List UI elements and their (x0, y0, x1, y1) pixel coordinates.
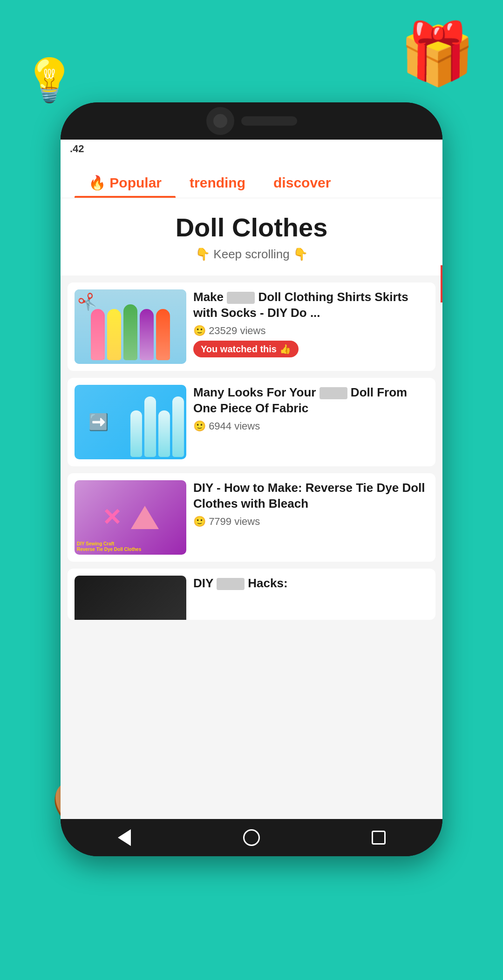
doll-2 (107, 309, 121, 360)
x-shape: ✕ (102, 504, 122, 531)
video-thumbnail-4 (75, 576, 186, 620)
thumb3-caption: DIY Sewing CraftReverse Tie Dye Doll Clo… (77, 541, 184, 552)
back-icon (118, 829, 131, 846)
video-card-3[interactable]: ✕ DIY Sewing CraftReverse Tie Dye Doll C… (68, 473, 435, 562)
video-meta-3: 🙂 7799 views (193, 516, 428, 528)
tab-discover-label: discover (273, 175, 331, 190)
phone-bottom-nav (61, 819, 442, 856)
video-thumbnail-2: ➡️ (75, 385, 186, 459)
status-bar: .42 (61, 140, 442, 158)
phone-frame: .42 🔥 Popular trending discover Doll Clo… (61, 102, 442, 856)
phone-top-bar (61, 102, 442, 140)
doll-3 (123, 304, 137, 360)
tab-trending-label: trending (190, 175, 245, 190)
doll-4 (140, 309, 154, 360)
views-count-2: 6944 views (209, 420, 260, 432)
teal-doll-4 (172, 396, 184, 457)
tab-popular-label: Popular (109, 175, 162, 190)
views-emoji-2: 🙂 (193, 420, 206, 432)
video-meta-1: 🙂 23529 views (193, 325, 428, 337)
tab-popular[interactable]: 🔥 Popular (75, 168, 176, 198)
video-info-3: DIY - How to Make: Reverse Tie Dye Doll … (193, 480, 428, 531)
video-title-3: DIY - How to Make: Reverse Tie Dye Doll … (193, 480, 428, 512)
home-icon (243, 829, 260, 846)
content-area: ✂️ Make Doll Clothing Shirts Skirts with… (61, 275, 442, 634)
fire-icon: 🔥 (88, 175, 106, 190)
video-meta-2: 🙂 6944 views (193, 420, 428, 432)
video-card-4[interactable]: DIY Hacks: (68, 569, 435, 620)
recents-button[interactable] (369, 828, 388, 847)
keep-scrolling-text: 👇 Keep scrolling 👇 (70, 247, 433, 262)
video-title-4: DIY Hacks: (193, 576, 428, 591)
video-info-4: DIY Hacks: (193, 576, 428, 595)
teal-doll-2 (144, 396, 156, 457)
nav-tabs: 🔥 Popular trending discover (61, 158, 442, 198)
blurred-text-4 (217, 578, 245, 590)
phone-camera (206, 107, 234, 135)
gift-decoration: 🎁 (400, 19, 475, 89)
phone-speaker (241, 116, 297, 126)
thumb3-overlay: DIY Sewing CraftReverse Tie Dye Doll Clo… (77, 541, 184, 552)
video-info-1: Make Doll Clothing Shirts Skirts with So… (193, 289, 428, 357)
views-emoji-3: 🙂 (193, 516, 206, 527)
video-card-2[interactable]: ➡️ Many Looks For Your Doll From One Pie… (68, 378, 435, 466)
tab-trending[interactable]: trending (176, 168, 259, 198)
views-emoji-1: 🙂 (193, 325, 206, 336)
doll-5 (156, 309, 170, 360)
views-count-3: 7799 views (209, 516, 260, 527)
arrow-icon: ➡️ (88, 413, 109, 432)
status-time: .42 (70, 143, 84, 155)
views-count-1: 23529 views (209, 325, 265, 336)
video-info-2: Many Looks For Your Doll From One Piece … (193, 385, 428, 436)
back-button[interactable] (115, 828, 134, 847)
video-thumbnail-3: ✕ DIY Sewing CraftReverse Tie Dye Doll C… (75, 480, 186, 555)
video-title-1: Make Doll Clothing Shirts Skirts with So… (193, 289, 428, 321)
tab-discover[interactable]: discover (259, 168, 345, 198)
bulb-decoration: 💡 (23, 56, 75, 105)
video-title-2: Many Looks For Your Doll From One Piece … (193, 385, 428, 416)
video-thumbnail-1: ✂️ (75, 289, 186, 364)
home-button[interactable] (242, 828, 261, 847)
watched-badge: You watched this 👍 (193, 341, 299, 357)
triangle-shape (131, 506, 159, 529)
blurred-text-2 (319, 387, 347, 399)
page-title: Doll Clothes (70, 212, 433, 242)
video-card-1[interactable]: ✂️ Make Doll Clothing Shirts Skirts with… (68, 282, 435, 371)
doll-1 (91, 309, 105, 360)
phone-screen: 🔥 Popular trending discover Doll Clothes… (61, 158, 442, 819)
blurred-text-1 (227, 292, 255, 304)
phone-side-button (441, 265, 442, 302)
teal-doll-1 (130, 410, 142, 457)
teal-doll-3 (158, 410, 170, 457)
recents-icon (372, 831, 386, 845)
page-title-section: Doll Clothes 👇 Keep scrolling 👇 (61, 198, 442, 275)
